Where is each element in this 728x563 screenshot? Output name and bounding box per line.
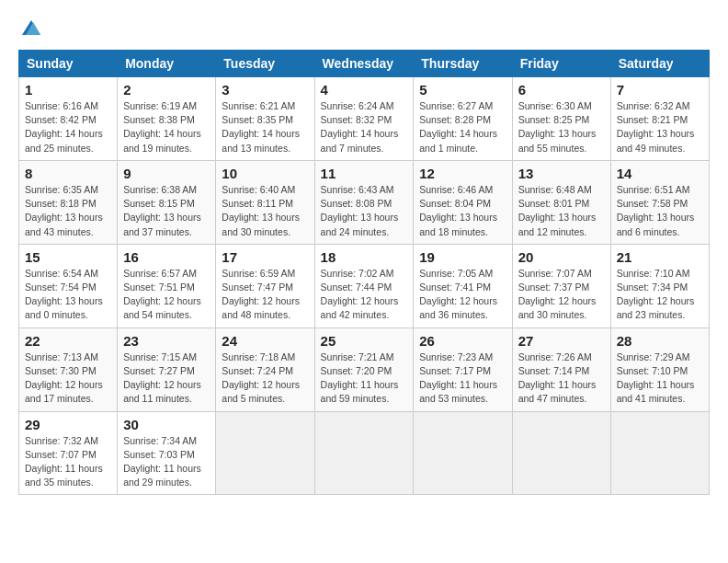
calendar-week-row: 8Sunrise: 6:35 AM Sunset: 8:18 PM Daylig… bbox=[19, 160, 710, 244]
day-number: 14 bbox=[617, 166, 703, 181]
calendar-week-row: 1Sunrise: 6:16 AM Sunset: 8:42 PM Daylig… bbox=[19, 77, 710, 161]
calendar-day-cell bbox=[314, 411, 414, 495]
day-info: Sunrise: 6:46 AM Sunset: 8:04 PM Dayligh… bbox=[419, 183, 506, 239]
day-number: 4 bbox=[321, 82, 408, 98]
calendar-day-cell: 20Sunrise: 7:07 AM Sunset: 7:37 PM Dayli… bbox=[512, 244, 610, 327]
calendar-day-cell: 7Sunrise: 6:32 AM Sunset: 8:21 PM Daylig… bbox=[610, 77, 709, 161]
day-number: 7 bbox=[617, 82, 703, 98]
day-number: 18 bbox=[321, 249, 408, 265]
calendar-day-cell: 30Sunrise: 7:34 AM Sunset: 7:03 PM Dayli… bbox=[118, 411, 216, 495]
day-number: 19 bbox=[419, 249, 506, 265]
day-info: Sunrise: 6:27 AM Sunset: 8:28 PM Dayligh… bbox=[419, 99, 506, 155]
calendar-table: SundayMondayTuesdayWednesdayThursdayFrid… bbox=[18, 50, 710, 495]
calendar-header-row: SundayMondayTuesdayWednesdayThursdayFrid… bbox=[19, 51, 710, 77]
day-info: Sunrise: 6:16 AM Sunset: 8:42 PM Dayligh… bbox=[25, 99, 111, 155]
day-info: Sunrise: 7:29 AM Sunset: 7:10 PM Dayligh… bbox=[617, 350, 703, 407]
day-number: 3 bbox=[222, 82, 308, 98]
day-info: Sunrise: 7:05 AM Sunset: 7:41 PM Dayligh… bbox=[419, 267, 506, 323]
day-number: 8 bbox=[25, 166, 111, 181]
day-info: Sunrise: 7:32 AM Sunset: 7:07 PM Dayligh… bbox=[25, 434, 111, 490]
day-number: 28 bbox=[617, 333, 703, 349]
day-number: 11 bbox=[321, 166, 408, 181]
day-number: 20 bbox=[518, 249, 605, 265]
calendar-day-cell: 2Sunrise: 6:19 AM Sunset: 8:38 PM Daylig… bbox=[118, 77, 216, 161]
day-info: Sunrise: 6:21 AM Sunset: 8:35 PM Dayligh… bbox=[222, 99, 308, 155]
day-info: Sunrise: 7:18 AM Sunset: 7:24 PM Dayligh… bbox=[222, 350, 308, 407]
day-number: 21 bbox=[617, 249, 703, 265]
calendar-day-cell: 14Sunrise: 6:51 AM Sunset: 7:58 PM Dayli… bbox=[610, 160, 709, 244]
day-number: 23 bbox=[123, 333, 210, 349]
day-of-week-header: Thursday bbox=[414, 51, 512, 77]
day-info: Sunrise: 6:51 AM Sunset: 7:58 PM Dayligh… bbox=[617, 183, 703, 239]
calendar-day-cell: 11Sunrise: 6:43 AM Sunset: 8:08 PM Dayli… bbox=[314, 160, 414, 244]
day-info: Sunrise: 7:10 AM Sunset: 7:34 PM Dayligh… bbox=[617, 267, 703, 323]
calendar-day-cell: 9Sunrise: 6:38 AM Sunset: 8:15 PM Daylig… bbox=[118, 160, 216, 244]
day-info: Sunrise: 7:21 AM Sunset: 7:20 PM Dayligh… bbox=[321, 350, 408, 407]
calendar-day-cell: 13Sunrise: 6:48 AM Sunset: 8:01 PM Dayli… bbox=[512, 160, 610, 244]
day-info: Sunrise: 6:43 AM Sunset: 8:08 PM Dayligh… bbox=[321, 183, 408, 239]
day-number: 25 bbox=[321, 333, 408, 349]
day-number: 17 bbox=[222, 249, 308, 265]
day-info: Sunrise: 6:54 AM Sunset: 7:54 PM Dayligh… bbox=[25, 267, 111, 323]
day-info: Sunrise: 6:24 AM Sunset: 8:32 PM Dayligh… bbox=[321, 99, 408, 155]
calendar-day-cell: 10Sunrise: 6:40 AM Sunset: 8:11 PM Dayli… bbox=[216, 160, 314, 244]
day-info: Sunrise: 6:30 AM Sunset: 8:25 PM Dayligh… bbox=[518, 99, 605, 155]
calendar-day-cell: 1Sunrise: 6:16 AM Sunset: 8:42 PM Daylig… bbox=[19, 77, 118, 161]
calendar-day-cell: 24Sunrise: 7:18 AM Sunset: 7:24 PM Dayli… bbox=[216, 327, 314, 411]
day-number: 1 bbox=[25, 82, 111, 98]
day-of-week-header: Sunday bbox=[19, 51, 118, 77]
calendar-day-cell: 16Sunrise: 6:57 AM Sunset: 7:51 PM Dayli… bbox=[118, 244, 216, 327]
calendar-day-cell: 19Sunrise: 7:05 AM Sunset: 7:41 PM Dayli… bbox=[414, 244, 512, 327]
calendar-day-cell: 29Sunrise: 7:32 AM Sunset: 7:07 PM Dayli… bbox=[19, 411, 118, 495]
day-info: Sunrise: 6:48 AM Sunset: 8:01 PM Dayligh… bbox=[518, 183, 605, 239]
day-info: Sunrise: 6:38 AM Sunset: 8:15 PM Dayligh… bbox=[123, 183, 210, 239]
calendar-day-cell: 21Sunrise: 7:10 AM Sunset: 7:34 PM Dayli… bbox=[610, 244, 709, 327]
day-info: Sunrise: 7:23 AM Sunset: 7:17 PM Dayligh… bbox=[419, 350, 506, 407]
day-info: Sunrise: 6:57 AM Sunset: 7:51 PM Dayligh… bbox=[123, 267, 210, 323]
day-number: 30 bbox=[123, 417, 210, 432]
day-of-week-header: Friday bbox=[512, 51, 610, 77]
calendar-day-cell: 23Sunrise: 7:15 AM Sunset: 7:27 PM Dayli… bbox=[118, 327, 216, 411]
day-of-week-header: Wednesday bbox=[314, 51, 414, 77]
day-info: Sunrise: 6:32 AM Sunset: 8:21 PM Dayligh… bbox=[617, 99, 703, 155]
calendar-week-row: 29Sunrise: 7:32 AM Sunset: 7:07 PM Dayli… bbox=[19, 411, 710, 495]
day-info: Sunrise: 6:19 AM Sunset: 8:38 PM Dayligh… bbox=[123, 99, 210, 155]
calendar-day-cell: 18Sunrise: 7:02 AM Sunset: 7:44 PM Dayli… bbox=[314, 244, 414, 327]
day-info: Sunrise: 6:40 AM Sunset: 8:11 PM Dayligh… bbox=[222, 183, 308, 239]
calendar-week-row: 22Sunrise: 7:13 AM Sunset: 7:30 PM Dayli… bbox=[19, 327, 710, 411]
day-of-week-header: Tuesday bbox=[216, 51, 314, 77]
day-number: 9 bbox=[123, 166, 210, 181]
day-info: Sunrise: 7:15 AM Sunset: 7:27 PM Dayligh… bbox=[123, 350, 210, 407]
calendar-day-cell bbox=[414, 411, 512, 495]
day-info: Sunrise: 7:02 AM Sunset: 7:44 PM Dayligh… bbox=[321, 267, 408, 323]
calendar-day-cell: 4Sunrise: 6:24 AM Sunset: 8:32 PM Daylig… bbox=[314, 77, 414, 161]
calendar-day-cell: 25Sunrise: 7:21 AM Sunset: 7:20 PM Dayli… bbox=[314, 327, 414, 411]
day-info: Sunrise: 7:26 AM Sunset: 7:14 PM Dayligh… bbox=[518, 350, 605, 407]
day-number: 5 bbox=[419, 82, 506, 98]
day-info: Sunrise: 6:59 AM Sunset: 7:47 PM Dayligh… bbox=[222, 267, 308, 323]
day-number: 16 bbox=[123, 249, 210, 265]
day-info: Sunrise: 7:07 AM Sunset: 7:37 PM Dayligh… bbox=[518, 267, 605, 323]
logo-icon bbox=[20, 18, 42, 40]
page-header bbox=[18, 18, 710, 40]
day-number: 12 bbox=[419, 166, 506, 181]
calendar-week-row: 15Sunrise: 6:54 AM Sunset: 7:54 PM Dayli… bbox=[19, 244, 710, 327]
calendar-day-cell: 15Sunrise: 6:54 AM Sunset: 7:54 PM Dayli… bbox=[19, 244, 118, 327]
day-info: Sunrise: 7:13 AM Sunset: 7:30 PM Dayligh… bbox=[25, 350, 111, 407]
calendar-day-cell bbox=[512, 411, 610, 495]
calendar-day-cell: 8Sunrise: 6:35 AM Sunset: 8:18 PM Daylig… bbox=[19, 160, 118, 244]
day-info: Sunrise: 6:35 AM Sunset: 8:18 PM Dayligh… bbox=[25, 183, 111, 239]
logo bbox=[18, 18, 42, 40]
day-info: Sunrise: 7:34 AM Sunset: 7:03 PM Dayligh… bbox=[123, 434, 210, 490]
calendar-day-cell: 3Sunrise: 6:21 AM Sunset: 8:35 PM Daylig… bbox=[216, 77, 314, 161]
calendar-day-cell: 22Sunrise: 7:13 AM Sunset: 7:30 PM Dayli… bbox=[19, 327, 118, 411]
day-number: 2 bbox=[123, 82, 210, 98]
calendar-day-cell: 27Sunrise: 7:26 AM Sunset: 7:14 PM Dayli… bbox=[512, 327, 610, 411]
day-number: 26 bbox=[419, 333, 506, 349]
calendar-day-cell: 5Sunrise: 6:27 AM Sunset: 8:28 PM Daylig… bbox=[414, 77, 512, 161]
day-number: 29 bbox=[25, 417, 111, 432]
day-number: 27 bbox=[518, 333, 605, 349]
day-number: 6 bbox=[518, 82, 605, 98]
day-number: 13 bbox=[518, 166, 605, 181]
calendar-day-cell: 28Sunrise: 7:29 AM Sunset: 7:10 PM Dayli… bbox=[610, 327, 709, 411]
